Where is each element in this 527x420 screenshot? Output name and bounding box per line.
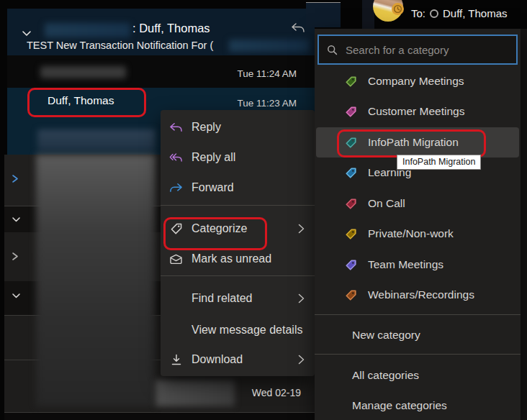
menu-item-reply[interactable]: Reply <box>161 112 315 142</box>
collapse-chevron-icon[interactable] <box>12 216 21 223</box>
category-item-customer-meetings[interactable]: Customer Meetings <box>316 96 519 127</box>
category-item-on-call[interactable]: On Call <box>316 188 519 219</box>
tag-icon <box>345 228 357 240</box>
collapse-chevron-icon[interactable] <box>12 293 21 299</box>
category-item-team-meetings[interactable]: Team Meetings <box>316 250 519 280</box>
list-background <box>4 413 315 420</box>
menu-item-new-category[interactable]: New category <box>315 321 521 350</box>
category-search-box[interactable] <box>317 35 518 65</box>
menu-item-label: Reply <box>192 121 221 134</box>
menu-item-label: Categorize <box>192 222 247 235</box>
divider <box>315 314 521 315</box>
spacer <box>169 292 183 306</box>
menu-item-reply-all[interactable]: Reply all <box>161 142 315 173</box>
download-icon <box>169 353 183 367</box>
tag-icon <box>169 222 183 236</box>
category-item-private-non-work[interactable]: Private/Non-work <box>316 219 519 249</box>
menu-item-all-categories[interactable]: All categories <box>315 361 521 390</box>
spacer <box>169 324 183 337</box>
menu-item-view-message-details[interactable]: View message details <box>161 315 315 345</box>
replied-status-icon <box>290 22 305 34</box>
category-label: Team Meetings <box>368 258 443 271</box>
conversation-header[interactable]: : Duff, Thomas TEST New Transaction Noti… <box>7 9 315 55</box>
message-context-menu: Reply Reply all Forward Categorize <box>161 110 315 376</box>
recipient-line: To: Duff, Thomas <box>411 7 508 19</box>
tag-icon <box>345 198 357 210</box>
collapse-conversation-icon[interactable] <box>22 30 32 37</box>
category-label: Private/Non-work <box>368 227 454 240</box>
message-time: Tue 11:23 AM <box>237 98 297 109</box>
submenu-chevron-icon <box>298 355 305 365</box>
menu-item-manage-categories[interactable]: Manage categories <box>315 391 521 420</box>
divider <box>161 205 315 206</box>
menu-item-label: Find related <box>192 292 253 305</box>
reply-all-icon <box>169 151 183 165</box>
submenu-chevron-icon <box>298 224 305 234</box>
redacted-message-list <box>36 155 156 406</box>
submenu-chevron-icon <box>298 293 305 303</box>
tag-icon <box>345 259 357 271</box>
menu-item-label: Mark as unread <box>192 252 271 265</box>
to-label: To: <box>411 7 425 19</box>
tag-icon <box>345 76 357 88</box>
background-pane-edge <box>521 29 527 420</box>
category-search-input[interactable] <box>344 43 508 57</box>
message-sender: Duff, Thomas <box>48 94 114 107</box>
category-item-webinars-recordings[interactable]: Webinars/Recordings <box>316 280 519 310</box>
tag-icon <box>345 137 357 149</box>
tag-icon <box>345 167 357 179</box>
redacted-subject <box>156 380 235 406</box>
envelope-icon <box>169 252 183 266</box>
expand-chevron-icon[interactable] <box>12 252 19 261</box>
menu-item-label: Manage categories <box>352 399 447 412</box>
outlook-window: : Duff, Thomas TEST New Transaction Noti… <box>0 0 527 420</box>
search-icon <box>327 45 338 55</box>
menu-item-forward[interactable]: Forward <box>161 173 315 203</box>
menu-item-download[interactable]: Download <box>161 344 315 375</box>
tag-icon <box>345 289 357 301</box>
category-item-company-meetings[interactable]: Company Meetings <box>316 66 519 96</box>
background-pane-fragment <box>306 2 341 27</box>
reply-icon <box>169 121 183 134</box>
tooltip: InfoPath Migration <box>397 155 481 170</box>
message-time: Wed 02-19 <box>252 387 301 398</box>
category-label: On Call <box>368 197 405 210</box>
divider <box>161 275 315 276</box>
menu-item-label: All categories <box>352 369 419 382</box>
divider <box>315 354 521 355</box>
redacted-preview <box>37 129 156 152</box>
forward-icon <box>169 181 183 195</box>
menu-item-categorize[interactable]: Categorize <box>161 214 315 244</box>
category-item-infopath-migration[interactable]: InfoPath Migration <box>316 127 519 158</box>
menu-item-label: Forward <box>192 181 234 194</box>
redacted-subject-tail <box>229 40 310 52</box>
menu-item-mark-as-unread[interactable]: Mark as unread <box>161 244 315 274</box>
category-label: Customer Meetings <box>368 105 464 118</box>
category-label: Webinars/Recordings <box>368 288 474 301</box>
category-label: Company Meetings <box>368 75 464 88</box>
conversation-subject: TEST New Transaction Notification For ( <box>27 40 213 51</box>
menu-item-label: Reply all <box>192 151 235 164</box>
message-row[interactable]: Tue 11:24 AM <box>7 55 315 88</box>
categorize-submenu: Company Meetings Customer Meetings InfoP… <box>315 29 521 420</box>
recipient-name[interactable]: Duff, Thomas <box>443 7 508 19</box>
tag-icon <box>345 106 357 118</box>
menu-item-find-related[interactable]: Find related <box>161 283 315 314</box>
away-status-clock-icon <box>392 3 404 15</box>
menu-item-label: View message details <box>192 324 302 337</box>
expand-chevron-icon[interactable] <box>12 174 19 183</box>
conversation-participants: : Duff, Thomas <box>132 22 210 35</box>
menu-item-label: Download <box>192 353 243 366</box>
redacted-sender <box>45 23 130 37</box>
category-label: InfoPath Migration <box>368 136 459 149</box>
menu-item-label: New category <box>352 329 420 342</box>
redacted-sender <box>40 66 126 78</box>
message-time: Tue 11:24 AM <box>237 68 297 79</box>
presence-circle-icon <box>430 9 438 18</box>
